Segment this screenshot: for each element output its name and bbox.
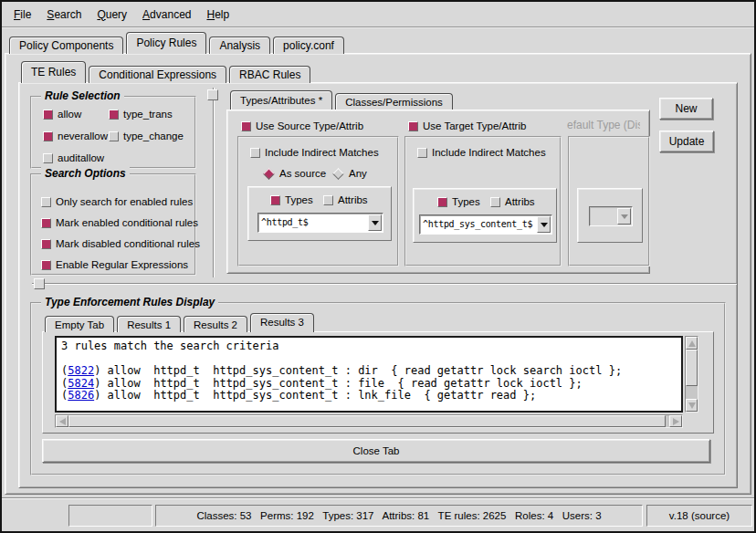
- checkbox-mark-disabled[interactable]: Mark disabled conditional rules: [41, 238, 200, 249]
- horizontal-pane-divider[interactable]: [32, 283, 737, 285]
- source-types-frame: Types Attribs ^httpd_t$: [247, 186, 392, 241]
- default-type-label: efault Type (Disa: [567, 119, 640, 131]
- scrollbar-thumb[interactable]: [68, 415, 666, 427]
- checkbox-target-indirect[interactable]: Include Indirect Matches: [417, 147, 546, 158]
- scroll-down-button[interactable]: [686, 399, 698, 412]
- results-text-area[interactable]: 3 rules match the search criteria (5822)…: [55, 336, 683, 413]
- checkbox-enabled-only[interactable]: Only search for enabled rules: [41, 196, 193, 207]
- source-frame: Include Indirect Matches As source Any T…: [237, 136, 399, 266]
- radio-as-source[interactable]: As source: [265, 168, 326, 179]
- scroll-right-button[interactable]: [669, 415, 682, 427]
- scrollbar-thumb[interactable]: [686, 350, 698, 386]
- close-tab-button[interactable]: Close Tab: [42, 439, 710, 463]
- menu-mnemonic: A: [142, 8, 150, 21]
- checkbox-mark-enabled[interactable]: Mark enabled conditional rules: [41, 217, 198, 228]
- horizontal-sash-handle[interactable]: [34, 278, 45, 289]
- tab-empty[interactable]: Empty Tab: [45, 316, 114, 332]
- menu-label: elp: [215, 8, 229, 21]
- checkbox-indicator: [109, 131, 119, 141]
- checkbox-indicator: [270, 195, 280, 205]
- scroll-left-button[interactable]: [56, 415, 68, 427]
- results-vertical-scrollbar[interactable]: [685, 336, 698, 413]
- checkbox-label: Mark enabled conditional rules: [56, 217, 198, 228]
- te-rule-row: (5826) allow httpd_t httpd_sys_content_t…: [61, 390, 681, 402]
- tab-rbac-rules[interactable]: RBAC Rules: [229, 66, 310, 83]
- rule-tabrow: TE Rules Conditional Expressions RBAC Ru…: [21, 61, 313, 83]
- checkbox-label: Types: [452, 196, 480, 207]
- tab-classes-permissions[interactable]: Classes/Permissions: [335, 93, 453, 110]
- checkbox-allow[interactable]: allow: [43, 109, 81, 120]
- checkbox-label: auditallow: [58, 152, 104, 163]
- menu-query[interactable]: Query: [97, 8, 127, 21]
- tab-conditional-expressions[interactable]: Conditional Expressions: [89, 66, 226, 83]
- rule-id-link[interactable]: 5824: [68, 377, 94, 390]
- group-title: Type Enforcement Rules Display: [41, 296, 218, 308]
- checkbox-type-trans[interactable]: type_trans: [109, 109, 173, 120]
- results-horizontal-scrollbar[interactable]: [55, 414, 683, 428]
- checkbox-use-source[interactable]: Use Source Type/Attrib: [241, 120, 363, 131]
- tab-results-1[interactable]: Results 1: [117, 316, 181, 332]
- tab-results-2[interactable]: Results 2: [184, 316, 247, 332]
- tab-policy-rules[interactable]: Policy Rules: [126, 32, 206, 54]
- source-type-combobox[interactable]: ^httpd_t$: [257, 213, 383, 233]
- menu-advanced[interactable]: Advanced: [142, 8, 191, 21]
- checkbox-neverallow[interactable]: neverallow: [43, 131, 108, 141]
- checkbox-target-attribs[interactable]: Attribs: [490, 196, 535, 207]
- update-button[interactable]: Update: [659, 131, 714, 152]
- search-options-group: Search Options Only search for enabled r…: [30, 173, 196, 276]
- default-type-inner-frame: [577, 188, 643, 243]
- chevron-down-icon: [372, 221, 379, 225]
- menu-search[interactable]: Search: [47, 8, 81, 21]
- checkbox-label: Use Source Type/Attrib: [256, 120, 363, 131]
- default-type-frame: [568, 136, 650, 266]
- checkbox-label: allow: [58, 109, 81, 120]
- target-type-combobox[interactable]: ^httpd_sys_content_t$: [419, 214, 552, 235]
- checkbox-label: type_change: [123, 131, 184, 141]
- checkbox-label: Attribs: [505, 196, 535, 207]
- target-types-frame: Types Attribs ^httpd_sys_content_t$: [413, 188, 557, 243]
- rule-id-link[interactable]: 5826: [68, 389, 94, 402]
- checkbox-label: Mark disabled conditional rules: [56, 238, 200, 249]
- checkbox-indicator: [43, 153, 53, 163]
- menu-label: uery: [106, 8, 127, 21]
- combobox-value: ^httpd_t$: [259, 214, 368, 231]
- new-button[interactable]: New: [659, 98, 713, 120]
- checkbox-source-indirect[interactable]: Include Indirect Matches: [250, 147, 379, 158]
- tab-results-3[interactable]: Results 3: [250, 313, 314, 332]
- combobox-dropdown-button[interactable]: [368, 214, 382, 231]
- vertical-pane-divider[interactable]: [213, 88, 215, 277]
- checkbox-source-types[interactable]: Types: [270, 194, 313, 205]
- tab-analysis[interactable]: Analysis: [209, 37, 270, 54]
- checkbox-use-target[interactable]: Use Target Type/Attrib: [408, 120, 526, 131]
- scroll-up-button[interactable]: [686, 337, 698, 350]
- checkbox-label: Use Target Type/Attrib: [423, 120, 526, 131]
- checkbox-target-types[interactable]: Types: [437, 196, 480, 207]
- radio-any[interactable]: Any: [334, 168, 367, 179]
- arrow-up-icon: [688, 340, 696, 347]
- menu-mnemonic: H: [206, 8, 215, 21]
- chevron-down-icon: [541, 223, 548, 227]
- checkbox-indicator: [490, 197, 500, 207]
- checkbox-source-attribs[interactable]: Attribs: [323, 194, 368, 205]
- checkbox-type-change[interactable]: type_change: [109, 131, 184, 141]
- tab-types-attributes[interactable]: Types/Attributes *: [230, 90, 332, 110]
- menu-help[interactable]: Help: [206, 8, 229, 21]
- tab-policy-components[interactable]: Policy Components: [9, 37, 123, 54]
- scrollbar-trough[interactable]: [686, 386, 698, 399]
- checkbox-indicator: [109, 110, 119, 120]
- checkbox-regex[interactable]: Enable Regular Expressions: [41, 259, 188, 270]
- menu-file[interactable]: File: [14, 8, 31, 21]
- menu-label: earch: [54, 8, 81, 21]
- results-summary: 3 rules match the search criteria: [61, 340, 681, 353]
- combobox-value: [591, 208, 617, 225]
- tab-te-rules[interactable]: TE Rules: [21, 61, 86, 83]
- checkbox-label: Only search for enabled rules: [56, 196, 193, 207]
- combobox-dropdown-button[interactable]: [537, 216, 551, 233]
- checkbox-auditallow[interactable]: auditallow: [43, 152, 104, 163]
- rule-id-link[interactable]: 5822: [68, 364, 94, 377]
- tab-policy-conf[interactable]: policy.conf: [273, 37, 344, 54]
- group-title: Rule Selection: [41, 89, 124, 102]
- combobox-value: ^httpd_sys_content_t$: [421, 216, 537, 233]
- vertical-sash-handle[interactable]: [207, 89, 218, 100]
- results-tabrow: Empty Tab Results 1 Results 2 Results 3: [45, 313, 317, 332]
